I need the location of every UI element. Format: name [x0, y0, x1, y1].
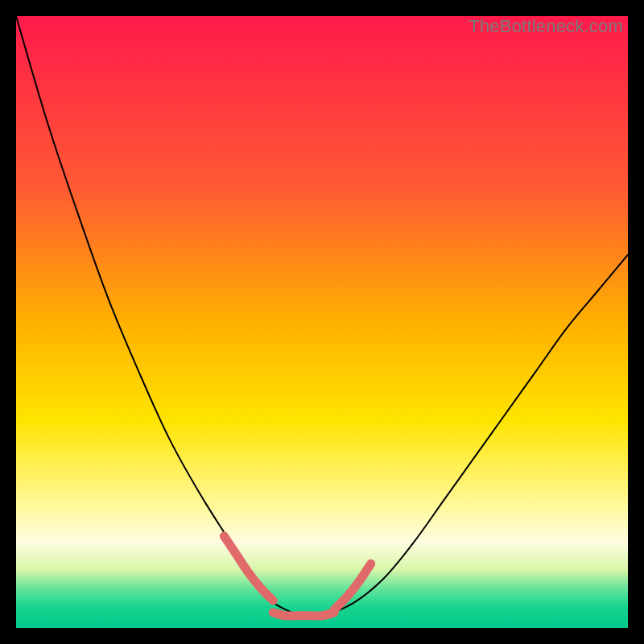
chart-frame: TheBottleneck.com [16, 16, 628, 628]
series-highlight-bottom [273, 613, 334, 616]
gradient-background [16, 16, 628, 628]
bottleneck-chart [16, 16, 628, 628]
